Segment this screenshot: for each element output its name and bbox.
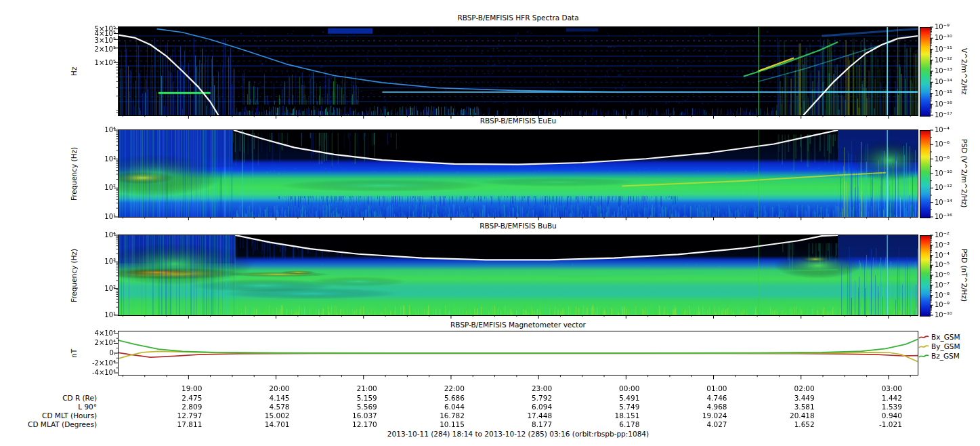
colorbar-tick-label: 10⁻¹⁷	[935, 111, 966, 119]
colorbar-eueu	[920, 130, 931, 218]
mag-title: RBSP-B/EMFISIS Magnetometer vector	[119, 321, 918, 329]
bubu-title: RBSP-B/EMFISIS BuBu	[119, 222, 918, 230]
colorbar-tick-label: 10⁻¹⁵	[935, 89, 966, 98]
y-tick-label: 4×10⁴	[72, 329, 116, 338]
y-tick-label: 0.	[72, 349, 116, 357]
ephemeris-value: 19:00	[141, 384, 202, 392]
ephemeris-value: 4.578	[229, 403, 290, 411]
ephemeris-value: 01:00	[666, 384, 727, 392]
colorbar-tick-label: 10⁻⁶	[935, 140, 966, 148]
y-tick-label: 2×10⁴	[72, 339, 116, 347]
ephemeris-value: 20.418	[754, 411, 815, 420]
ephemeris-value: 12.170	[316, 420, 377, 428]
ephemeris-value: 4.027	[666, 420, 727, 428]
y-tick-label: 2×10⁵	[72, 45, 116, 54]
eueu-canvas	[118, 129, 918, 218]
ephemeris-value: 14.701	[229, 420, 290, 428]
ephemeris-value: 20:00	[229, 384, 290, 392]
colorbar-tick-label: 10⁻¹⁰	[935, 169, 966, 178]
ephemeris-value: 22:00	[404, 384, 465, 392]
colorbar-tick-label: 10⁻¹²	[935, 184, 966, 192]
legend-item: By_GSM	[918, 342, 960, 351]
ephemeris-row-label-r: CD R (Re)	[0, 394, 97, 403]
ephemeris-value: 19.024	[666, 411, 727, 420]
colorbar-tick-label: 10⁻¹²	[935, 56, 966, 64]
ephemeris-value: 5.749	[578, 403, 639, 411]
ephemeris-value: 15.002	[229, 411, 290, 420]
legend-label: By_GSM	[931, 342, 960, 350]
ephemeris-value: 6.178	[578, 420, 639, 428]
ephemeris-value: 02:00	[754, 384, 815, 392]
ephemeris-row-label-mlt: CD MLT (Hours)	[0, 411, 97, 420]
ephemeris-value: 5.159	[316, 394, 377, 402]
hfr-canvas	[118, 26, 918, 116]
colorbar-tick-label: 10⁻⁴	[935, 126, 966, 134]
ephemeris-value: 3.581	[754, 403, 815, 411]
ephemeris-value: 23:00	[491, 384, 552, 392]
footer-caption: 2013-10-11 (284) 18:14 to 2013-10-12 (28…	[119, 430, 918, 439]
colorbar-tick-label: 10⁻⁴	[935, 251, 966, 260]
colorbar-tick-label: 10⁻⁸	[935, 155, 966, 163]
magnetometer-legend: Bx_GSM By_GSM Bz_GSM	[918, 332, 960, 361]
legend-marker	[918, 334, 929, 340]
ephemeris-value: 6.094	[491, 403, 552, 411]
y-tick-label: 10²	[72, 184, 116, 192]
colorbar-tick-label: 10⁻¹⁶	[935, 100, 966, 108]
ephemeris-value: 21:00	[316, 384, 377, 392]
colorbar-tick-label: 10⁻¹⁰	[935, 311, 966, 319]
colorbar-tick-label: 10⁻³	[935, 241, 966, 249]
ephemeris-value: 6.044	[404, 403, 465, 411]
ephemeris-value: 10.115	[404, 420, 465, 428]
colorbar-tick-label: 10⁻⁵	[935, 261, 966, 269]
ephemeris-value: 17.448	[491, 411, 552, 420]
ephemeris-value: 16.782	[404, 411, 465, 420]
ephemeris-value: 0.940	[841, 411, 902, 420]
y-tick-label: 10³	[72, 258, 116, 266]
ephemeris-value: 5.686	[404, 394, 465, 402]
legend-label: Bx_GSM	[931, 333, 960, 341]
y-tick-label: 10⁴	[72, 126, 116, 134]
colorbar-tick-label: 10⁻⁹	[935, 301, 966, 309]
ephemeris-value: -1.021	[841, 420, 902, 428]
eueu-title: RBSP-B/EMFISIS EuEu	[119, 117, 918, 125]
colorbar-tick-label: 10⁻⁸	[935, 291, 966, 300]
ephemeris-value: 03:00	[841, 384, 902, 392]
y-tick-label: 10¹	[72, 213, 116, 221]
colorbar-tick-label: 10⁻¹¹	[935, 45, 966, 54]
legend-item: Bz_GSM	[918, 351, 960, 361]
legend-marker	[918, 344, 929, 350]
legend-marker	[918, 353, 929, 359]
colorbar-tick-label: 10⁻¹³	[935, 67, 966, 75]
ephemeris-value: 4.746	[666, 394, 727, 402]
y-tick-label: 10³	[72, 155, 116, 163]
colorbar-tick-label: 10⁻⁹	[935, 23, 966, 31]
y-tick-label: -4×10⁴	[72, 369, 116, 377]
colorbar-tick-label: 10⁻²	[935, 231, 966, 239]
colorbar-tick-label: 10⁻⁷	[935, 281, 966, 289]
bubu-canvas	[118, 235, 918, 316]
colorbar-hfr	[920, 27, 931, 117]
ephemeris-value: 1.442	[841, 394, 902, 402]
ephemeris-value: 17.811	[141, 420, 202, 428]
bubu-y-axis-title: Frequency (Hz)	[70, 235, 81, 315]
ephemeris-value: 5.569	[316, 403, 377, 411]
mag-canvas	[118, 331, 918, 376]
y-tick-label: 10²	[72, 285, 116, 293]
ephemeris-value: 1.652	[754, 420, 815, 428]
ephemeris-row-label-l90: L 90°	[0, 403, 97, 411]
ephemeris-value: 00:00	[578, 384, 639, 392]
ephemeris-value: 3.449	[754, 394, 815, 402]
y-tick-label: -2×10⁴	[72, 359, 116, 367]
ephemeris-value: 2.475	[141, 394, 202, 402]
ephemeris-value: 4.145	[229, 394, 290, 402]
hfr-title: RBSP-B/EMFISIS HFR Spectra Data	[119, 14, 918, 22]
y-tick-label: 3×10⁵	[72, 37, 116, 45]
ephemeris-row-label-mlat: CD MLAT (Degrees)	[0, 420, 97, 429]
colorbar-tick-label: 10⁻⁶	[935, 271, 966, 279]
y-tick-label: 10¹	[72, 311, 116, 319]
colorbar-tick-label: 10⁻¹⁴	[935, 78, 966, 86]
ephemeris-value: 18.151	[578, 411, 639, 420]
ephemeris-value: 12.797	[141, 411, 202, 420]
ephemeris-value: 8.177	[491, 420, 552, 428]
ephemeris-value: 5.491	[578, 394, 639, 402]
